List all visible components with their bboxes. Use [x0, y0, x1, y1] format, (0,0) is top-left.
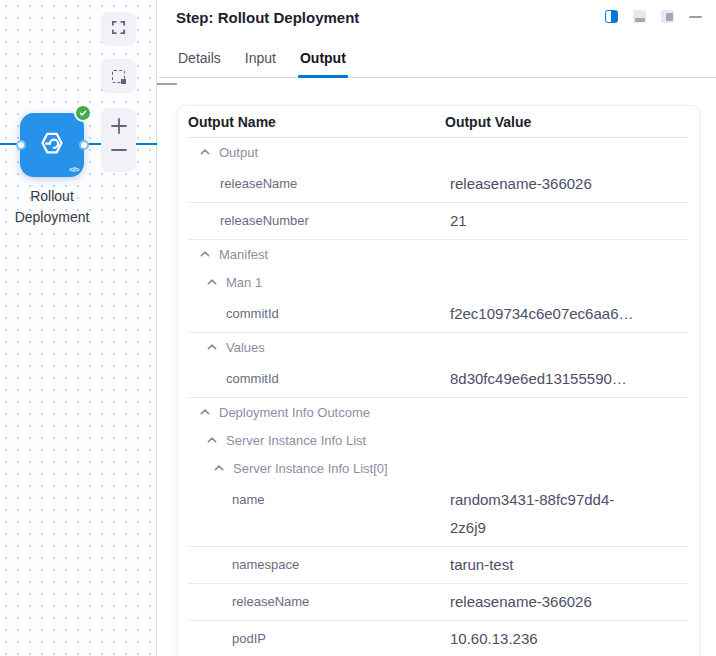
- step-node-rollout-deployment[interactable]: </>: [20, 113, 84, 177]
- layout-bottom-panel-icon[interactable]: [633, 10, 646, 23]
- tab-bar: Details Input Output: [158, 40, 716, 78]
- zoom-controls: [101, 108, 136, 172]
- chevron-up-icon: [206, 276, 218, 288]
- output-key: podIP: [188, 625, 445, 653]
- output-value: releasename-366026: [445, 588, 640, 616]
- layout-split-view-icon[interactable]: [605, 10, 618, 23]
- group-row[interactable]: Deployment Info Outcome: [188, 398, 689, 426]
- tab-details[interactable]: Details: [176, 40, 223, 77]
- panel-resize-handle[interactable]: [157, 83, 177, 85]
- zoom-in-button[interactable]: [110, 117, 128, 139]
- chevron-up-icon: [199, 248, 211, 260]
- output-key: commitId: [188, 300, 445, 328]
- node-output-port[interactable]: [79, 140, 89, 150]
- group-row[interactable]: Values: [188, 333, 689, 361]
- table-row: namespacetarun-test: [188, 547, 689, 584]
- output-value: 10.60.13.236: [445, 625, 640, 653]
- chevron-up-icon: [213, 462, 225, 474]
- panel-layout-controls: [605, 10, 702, 23]
- chevron-up-icon: [206, 434, 218, 446]
- layout-right-panel-icon[interactable]: [661, 10, 674, 23]
- table-row: podIP10.60.13.236: [188, 621, 689, 656]
- panel-title: Step: Rollout Deployment: [176, 9, 359, 26]
- group-row[interactable]: Output: [188, 138, 689, 166]
- argo-rollouts-icon: [37, 128, 67, 162]
- group-row[interactable]: Server Instance Info List: [188, 426, 689, 454]
- output-key: commitId: [188, 365, 445, 393]
- output-key: namespace: [188, 551, 445, 579]
- output-value: 8d30fc49e6ed13155590…: [445, 365, 640, 393]
- panel-header: Step: Rollout Deployment: [158, 0, 716, 40]
- code-expression-icon: </>: [69, 165, 79, 174]
- zoom-out-button[interactable]: [110, 141, 128, 163]
- output-key: releaseName: [188, 588, 445, 616]
- group-label: Output: [219, 145, 258, 160]
- group-label: Server Instance Info List[0]: [233, 461, 388, 476]
- tab-output[interactable]: Output: [298, 40, 348, 77]
- group-label: Manifest: [219, 247, 268, 262]
- marquee-select-icon: [112, 70, 125, 83]
- success-check-badge: [74, 104, 92, 122]
- minimize-panel-icon[interactable]: [689, 16, 702, 18]
- group-label: Server Instance Info List: [226, 433, 366, 448]
- output-table-card: Output Name Output Value OutputreleaseNa…: [177, 105, 700, 656]
- output-key: releaseNumber: [188, 207, 445, 235]
- table-row: namerandom3431-88fc97dd4-2z6j9: [188, 482, 689, 547]
- step-details-panel: Step: Rollout Deployment Details Input O…: [158, 0, 716, 656]
- chevron-up-icon: [199, 146, 211, 158]
- marquee-select-button[interactable]: [101, 59, 136, 93]
- pipeline-canvas[interactable]: </> Rollout Deployment: [0, 0, 157, 656]
- output-value: releasename-366026: [445, 170, 640, 198]
- group-label: Deployment Info Outcome: [219, 405, 370, 420]
- group-row[interactable]: Server Instance Info List[0]: [188, 454, 689, 482]
- tab-input[interactable]: Input: [243, 40, 278, 77]
- output-value: random3431-88fc97dd4-2z6j9: [445, 486, 640, 542]
- table-header-row: Output Name Output Value: [188, 106, 689, 138]
- table-row: releaseNamereleasename-366026: [188, 166, 689, 203]
- chevron-up-icon: [199, 406, 211, 418]
- app: </> Rollout Deployment: [0, 0, 716, 656]
- table-row: commitId8d30fc49e6ed13155590…: [188, 361, 689, 398]
- table-row: commitIdf2ec109734c6e07ec6aa6…: [188, 296, 689, 333]
- table-row: releaseNumber21: [188, 203, 689, 240]
- group-row[interactable]: Man 1: [188, 268, 689, 296]
- column-header-output-value: Output Value: [445, 114, 531, 130]
- chevron-up-icon: [206, 341, 218, 353]
- output-value: f2ec109734c6e07ec6aa6…: [445, 300, 640, 328]
- expand-corners-icon: [111, 20, 126, 38]
- output-key: name: [188, 486, 445, 542]
- group-label: Values: [226, 340, 265, 355]
- output-key: releaseName: [188, 170, 445, 198]
- output-value: tarun-test: [445, 551, 640, 579]
- output-table-body: OutputreleaseNamereleasename-366026relea…: [178, 138, 699, 656]
- fit-to-screen-button[interactable]: [101, 12, 136, 46]
- node-label: Rollout Deployment: [7, 186, 97, 228]
- group-label: Man 1: [226, 275, 262, 290]
- node-input-port[interactable]: [16, 140, 26, 150]
- column-header-output-name: Output Name: [188, 114, 445, 130]
- table-row: releaseNamereleasename-366026: [188, 584, 689, 621]
- output-value: 21: [445, 207, 640, 235]
- group-row[interactable]: Manifest: [188, 240, 689, 268]
